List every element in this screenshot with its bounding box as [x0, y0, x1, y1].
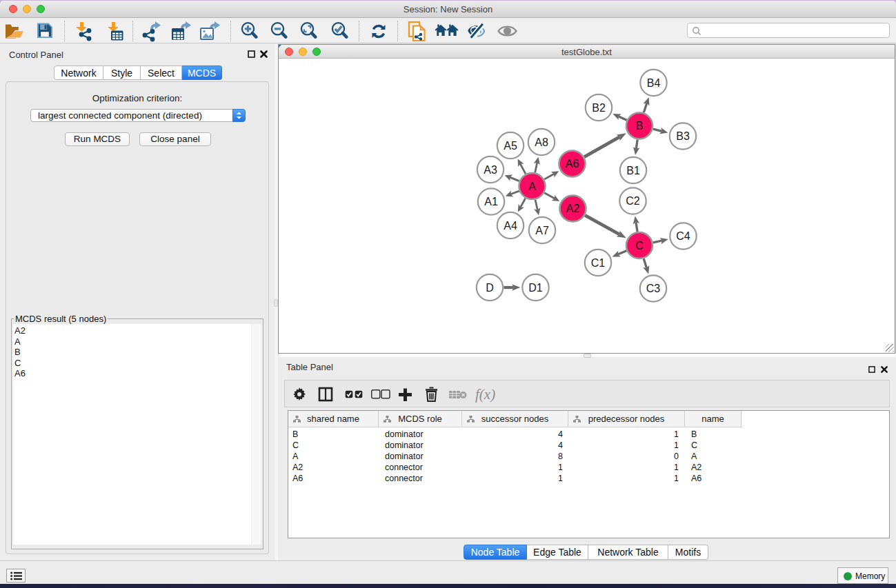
svg-text:C: C [635, 240, 644, 252]
svg-text:A7: A7 [535, 225, 549, 236]
svg-text:D1: D1 [528, 282, 543, 294]
svg-text:D: D [486, 282, 494, 294]
svg-text:B4: B4 [647, 77, 661, 89]
svg-text:B3: B3 [676, 130, 690, 142]
svg-text:C1: C1 [591, 257, 606, 269]
svg-text:A1: A1 [484, 196, 498, 207]
svg-text:A2: A2 [566, 203, 580, 214]
svg-text:B1: B1 [626, 165, 640, 176]
svg-text:A8: A8 [535, 136, 548, 148]
svg-text:C4: C4 [676, 230, 690, 242]
svg-text:A6: A6 [566, 158, 579, 170]
svg-text:A: A [528, 181, 536, 192]
svg-text:B: B [636, 120, 644, 132]
svg-text:A5: A5 [504, 140, 517, 152]
svg-text:A3: A3 [484, 164, 497, 176]
svg-text:C2: C2 [626, 195, 640, 207]
svg-text:B2: B2 [592, 102, 606, 114]
svg-text:C3: C3 [646, 283, 661, 294]
svg-text:A4: A4 [504, 220, 517, 232]
